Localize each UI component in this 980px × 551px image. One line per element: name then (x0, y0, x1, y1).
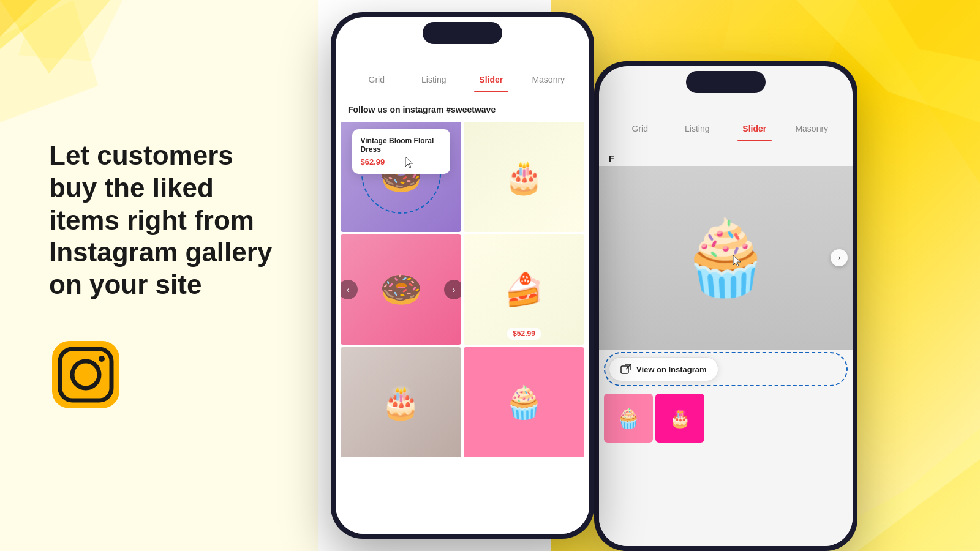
grid-cell-cupcake[interactable]: 🧁 (464, 347, 584, 457)
tab-listing[interactable]: Listing (405, 70, 463, 92)
cake-slice-emoji: 🍰 (504, 271, 544, 309)
price-overlay: $52.99 (507, 328, 541, 340)
thumb-cake-price: 🎂 (669, 408, 691, 429)
product-price: $62.99 (361, 157, 442, 167)
phone2-thumbnails: 🧁 🎂 (599, 389, 853, 448)
tab-grid[interactable]: Grid (348, 70, 405, 92)
grid-cell-choc-cake[interactable]: 🎂 (341, 347, 461, 457)
phone1-mockup: Grid Listing Slider Masonry Follow us on… (331, 12, 594, 539)
phones-container: Grid Listing Slider Masonry Follow us on… (294, 0, 980, 551)
phone1-nav-tabs: Grid Listing Slider Masonry (336, 60, 589, 92)
thumb-cake-small[interactable]: 🎂 (655, 394, 704, 443)
product-name: Vintage Bloom Floral Dress (361, 137, 442, 154)
tab-slider[interactable]: Slider (462, 70, 520, 92)
phone1-content: Grid Listing Slider Masonry Follow us on… (336, 60, 589, 534)
view-instagram-label: View on Instagram (636, 365, 707, 374)
view-instagram-button[interactable]: View on Instagram (609, 357, 718, 381)
phone2-tab-listing[interactable]: Listing (669, 119, 726, 141)
cupcake-bg: 🧁 (599, 166, 853, 350)
cake-emoji: 🎂 (504, 159, 544, 196)
grid-cell-cream-cake[interactable]: 🍰 $52.99 (464, 234, 584, 345)
slider-arrow-right[interactable]: › (444, 280, 461, 299)
phone2-nav-arrow-right[interactable]: › (831, 249, 848, 266)
left-panel: Let customers buy the liked items right … (0, 0, 318, 551)
phone2-mockup: Grid Listing Slider Masonry F 🧁 (594, 61, 858, 551)
external-link-icon (620, 364, 631, 375)
phone2-inner: Grid Listing Slider Masonry F 🧁 (599, 66, 853, 546)
phone1-notch (423, 22, 502, 44)
view-instagram-area: View on Instagram (599, 350, 853, 389)
thumb-cupcake-emoji: 🧁 (616, 407, 641, 430)
phone2-follow-prefix: F (599, 149, 853, 166)
headline: Let customers buy the liked items right … (49, 140, 288, 301)
tab-masonry[interactable]: Masonry (520, 70, 578, 92)
cupcake-emoji: 🧁 (504, 384, 544, 421)
instagram-logo-icon (49, 338, 123, 411)
svg-point-14 (99, 356, 105, 362)
phone1-inner: Grid Listing Slider Masonry Follow us on… (336, 17, 589, 534)
phone2-tab-slider[interactable]: Slider (726, 119, 783, 141)
big-cupcake-emoji: 🧁 (680, 215, 772, 301)
grid-cell-cake1[interactable]: 🎂 (464, 122, 584, 232)
product-popup: Vintage Bloom Floral Dress $62.99 (352, 129, 450, 174)
phone2-cupcake-area: 🧁 › (599, 166, 853, 350)
phone2-notch (686, 71, 766, 93)
grid-cell-donuts1[interactable]: 🍩 Vintage Bloom Floral Dress $62.99 (341, 122, 461, 232)
follow-text: Follow us on instagram #sweetwave (336, 100, 589, 122)
phone2-nav-tabs: Grid Listing Slider Masonry (599, 109, 853, 141)
grid-cell-donuts2[interactable]: ‹ 🍩 › (341, 234, 461, 345)
slider-arrow-left[interactable]: ‹ (341, 280, 358, 299)
pink-donut-emoji: 🍩 (380, 272, 423, 307)
thumb-cupcake-small[interactable]: 🧁 (604, 394, 653, 443)
phone2-tab-masonry[interactable]: Masonry (783, 119, 841, 141)
cursor-icon (403, 156, 417, 172)
phone2-tab-grid[interactable]: Grid (611, 119, 669, 141)
choc-cake-emoji: 🎂 (381, 384, 421, 421)
instagram-grid: 🍩 Vintage Bloom Floral Dress $62.99 (336, 122, 589, 457)
phone2-cursor-icon (731, 254, 744, 270)
phone2-content: Grid Listing Slider Masonry F 🧁 (599, 109, 853, 546)
